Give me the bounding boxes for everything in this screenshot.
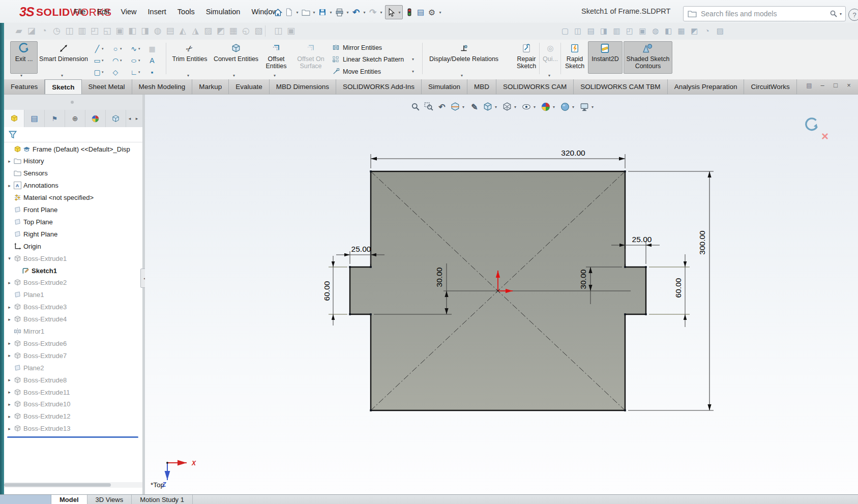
exit-sketch-caret[interactable]: ▾ [20,73,22,78]
tree-item-boss-extrude3[interactable]: ▸Boss-Extrude3 [4,301,144,313]
tree-item-boss-extrude6[interactable]: ▸Boss-Extrude6 [4,337,144,349]
rollback-bar[interactable] [7,436,138,438]
tab-sheet-metal[interactable]: Sheet Metal [82,79,132,94]
slot-button[interactable]: ▢▾ [93,67,106,77]
undo-icon[interactable]: ↶ [350,6,362,19]
tree-item-origin[interactable]: Origin [4,240,144,252]
offset-entities-button[interactable]: Offset Entities [260,42,292,72]
save-icon-caret[interactable]: ▾ [328,10,334,15]
new-document-icon[interactable] [283,6,294,19]
tree-item-sketch1[interactable]: Sketch1 [4,264,153,277]
tree-expand-arrow[interactable]: ▸ [6,317,13,322]
tree-expand-arrow[interactable]: ▸ [6,414,13,419]
cam-tab[interactable] [106,110,126,127]
print-icon-caret[interactable]: ▾ [345,10,350,15]
tree-item-boss-extrude7[interactable]: ▸Boss-Extrude7 [4,349,144,362]
tree-expand-arrow[interactable]: ▾ [6,256,13,261]
panel-tab-scroll-left[interactable]: ◂ [126,110,133,127]
restore-button[interactable]: □ [832,81,840,89]
edit-appearance-caret[interactable]: ▾ [553,105,558,109]
tree-item-sensors[interactable]: Sensors [4,167,144,180]
circle-button[interactable]: ○▾ [111,44,125,54]
undo-icon-caret[interactable]: ▾ [362,10,367,15]
trim-entities-button[interactable]: ✂ Trim Entities [169,42,211,72]
confirmation-corner-exit-sketch-icon[interactable] [804,117,819,133]
tree-expand-arrow[interactable]: ▸ [6,305,13,310]
trim-entities-caret[interactable]: ▾ [187,73,189,78]
tree-item-material-not-specified[interactable]: Material <not specified> [4,192,144,204]
repair-sketch-button[interactable]: Repair Sketch [513,42,540,72]
move-entities-button[interactable]: Move Entities [331,68,381,75]
bottom-tab-model[interactable]: Model [51,495,87,504]
select-cursor-icon[interactable] [386,6,397,19]
new-document-icon-caret[interactable]: ▾ [294,10,300,15]
view-settings-caret[interactable]: ▾ [591,105,597,109]
dim-left-tab-depth[interactable]: 25.00 [351,245,371,253]
menu-file[interactable]: File [68,8,91,16]
tab-evaluate[interactable]: Evaluate [229,79,270,94]
tab-sketch[interactable]: Sketch [45,79,81,94]
apply-scene-icon[interactable] [559,101,571,113]
offset-entities-caret[interactable]: ▾ [274,73,276,78]
text-button[interactable]: A [147,55,157,66]
search-input[interactable] [700,9,830,18]
dim-height[interactable]: 300.00 [698,230,706,255]
move-entities-caret[interactable]: ▾ [412,69,414,74]
polygon-button[interactable]: ◇ [111,67,120,77]
display-style-icon[interactable] [501,101,513,113]
rectangle-button[interactable]: ▭▾ [93,55,106,66]
dim-right-tab-depth[interactable]: 25.00 [632,235,652,244]
tree-item-boss-extrude1[interactable]: ▾Boss-Extrude1 [4,252,144,264]
dim-left-center-offset[interactable]: 30.00 [435,267,443,287]
close-button[interactable]: × [845,81,853,89]
pin-menu-icon[interactable] [261,6,272,19]
tree-filter-row[interactable] [4,127,142,142]
display-style-caret[interactable]: ▾ [514,105,519,109]
home-icon[interactable] [272,6,283,19]
search-dropdown-caret[interactable]: ▾ [840,12,842,16]
document-properties-icon[interactable]: ▤ [415,6,426,19]
displaymanager-tab[interactable] [85,110,106,127]
tree-item-frame-default-default-disp[interactable]: Frame (Default) <<Default>_Disp [4,143,144,155]
interference-traffic-light-icon[interactable] [404,6,415,19]
hide-show-items-icon[interactable] [520,101,532,113]
confirmation-corner-cancel-icon[interactable]: × [821,129,829,143]
graphics-viewport[interactable]: 320.00300.0025.0025.0060.0060.0030.0030.… [145,95,858,494]
options-gear-icon[interactable]: ⚙ [426,6,437,19]
linear-pattern-caret[interactable]: ▾ [412,57,414,62]
tab-mesh-modeling[interactable]: Mesh Modeling [132,79,193,94]
fillet-button[interactable]: ∟▾ [129,67,143,77]
menu-edit[interactable]: Edit [91,8,115,16]
zoom-to-fit-icon[interactable] [409,101,422,113]
search-box[interactable]: ▾ [683,6,846,21]
tree-item-annotations[interactable]: ▸AAnnotations [4,180,144,192]
tree-expand-arrow[interactable]: ▸ [6,377,13,382]
tree-item-front-plane[interactable]: Front Plane [4,204,144,216]
dim-width[interactable]: 320.00 [561,149,585,157]
circle-caret[interactable]: ▾ [120,47,125,51]
spline-button[interactable]: ∿▾ [129,44,143,54]
tab-simulation[interactable]: Simulation [422,79,467,94]
menu-insert[interactable]: Insert [142,8,172,16]
arc-button[interactable]: ◠▾ [111,55,125,66]
apply-scene-caret[interactable]: ▾ [572,105,577,109]
menu-simulation[interactable]: Simulation [200,8,246,16]
slot-caret[interactable]: ▾ [102,70,106,74]
dimxpertmanager-tab[interactable]: ⊕ [65,110,85,127]
save-icon[interactable] [317,6,328,19]
propertymanager-tab[interactable]: ▤ [24,110,45,127]
tree-item-boss-extrude4[interactable]: ▸Boss-Extrude4 [4,313,144,325]
tree-expand-arrow[interactable]: ▸ [6,353,13,358]
bottom-tab-motion-study-1[interactable]: Motion Study 1 [132,495,193,504]
arc-caret[interactable]: ▾ [120,58,125,63]
tree-item-top-plane[interactable]: Top Plane [4,216,144,228]
tab-markup[interactable]: Markup [192,79,229,94]
minimize-button[interactable]: – [818,81,826,89]
bottom-tab-3d-views[interactable]: 3D Views [87,495,132,504]
tab-mbd-dimensions[interactable]: MBD Dimensions [270,79,336,94]
tab-mbd[interactable]: MBD [467,79,496,94]
tree-item-boss-extrude12[interactable]: ▸Boss-Extrude12 [4,410,144,423]
rapid-sketch-button[interactable]: Rapid Sketch [563,42,587,72]
tree-scrollbar-thumb[interactable] [4,483,111,487]
convert-entities-caret[interactable]: ▾ [233,73,235,78]
